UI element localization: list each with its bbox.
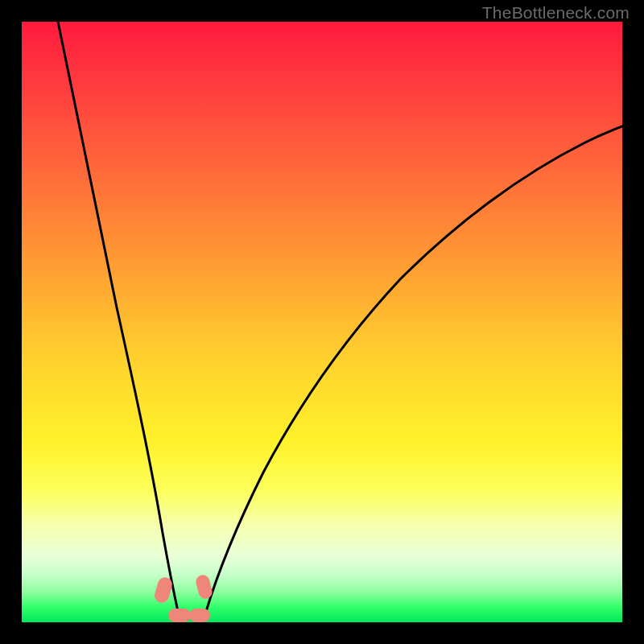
curve-layer [22, 22, 622, 622]
chart-frame: TheBottleneck.com [0, 0, 644, 644]
watermark-text: TheBottleneck.com [482, 3, 630, 23]
right-curve [203, 126, 622, 622]
plot-area [22, 22, 622, 622]
blob-bottom-left [168, 609, 191, 622]
blob-bottom-right [189, 609, 210, 622]
left-curve [58, 22, 180, 622]
